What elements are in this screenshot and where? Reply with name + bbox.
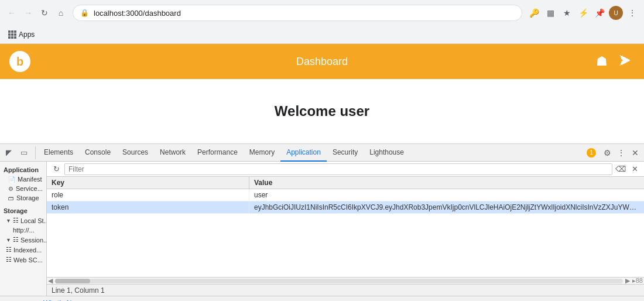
lock-icon: 🔒 — [80, 9, 89, 17]
session-label: Session... — [20, 237, 46, 244]
devtools-status-bar: Line 1, Column 1 — [47, 284, 644, 296]
sidebar-item-session-storage[interactable]: ▼ ☷ Session... — [0, 235, 46, 245]
sidebar-item-local-storage[interactable]: ▼ ☷ Local St... — [0, 216, 46, 225]
more-menu-button[interactable]: ⋮ — [625, 6, 639, 20]
devtools-panel: ◤ ▭ Elements Console Sources Network Per… — [0, 143, 644, 296]
app-logo: b — [9, 51, 30, 72]
tab-lighthouse[interactable]: Lighthouse — [364, 144, 410, 162]
browser-chrome: ← → ↻ ⌂ 🔒 localhost:3000/dashboard 🔑 ▦ ★… — [0, 0, 644, 44]
reload-button[interactable]: ↻ — [37, 6, 52, 20]
local-storage-label: Local St... — [20, 217, 46, 224]
warning-count: 1 — [590, 149, 593, 156]
url-text: localhost:3000/dashboard — [94, 9, 181, 18]
sidebar-storage-group-title: Storage — [0, 205, 46, 216]
account-icon[interactable]: ☗ — [592, 52, 611, 71]
back-button[interactable]: ← — [5, 6, 19, 20]
tab-network[interactable]: Network — [154, 144, 191, 162]
address-bar[interactable]: 🔒 localhost:3000/dashboard — [73, 5, 522, 21]
status-text: Line 1, Column 1 — [52, 286, 105, 295]
bottom-tab-whats-new[interactable]: What's New ✕ — [37, 296, 97, 302]
sidebar-item-local-storage-http[interactable]: http://... — [0, 225, 46, 235]
devtools-body: Application 📄 Manifest ⚙ Service... 🗃 St… — [0, 162, 644, 296]
devtools-more-icon[interactable]: ⋮ — [615, 146, 628, 159]
devtools-sidebar: Application 📄 Manifest ⚙ Service... 🗃 St… — [0, 162, 47, 296]
service-label: Service... — [16, 185, 43, 192]
value-column-header: Value — [249, 177, 644, 189]
apps-label: Apps — [19, 30, 35, 39]
expand-local-storage-icon: ▼ — [6, 218, 11, 224]
sidebar-item-web-sql[interactable]: ☷ Web SC... — [0, 255, 46, 265]
welcome-heading: Welcome user — [275, 103, 369, 119]
devtools-main-panel: ↻ ⌫ ✕ Key Value role user token eyJhbGci… — [47, 162, 644, 296]
tab-memory[interactable]: Memory — [244, 144, 280, 162]
expand-session-icon: ▼ — [6, 237, 11, 243]
filter-clear-icon[interactable]: ⌫ — [615, 163, 626, 175]
logo-text: b — [16, 55, 23, 69]
reload-storage-icon[interactable]: ↻ — [50, 163, 62, 175]
devtools-close-icon[interactable]: ✕ — [629, 146, 642, 159]
devtools-left-icons: ◤ ▭ — [2, 146, 36, 159]
manifest-icon: 📄 — [8, 176, 15, 183]
local-http-label: http://... — [13, 227, 35, 234]
row-value-role: user — [249, 189, 644, 201]
bottom-tabs: Console What's New ✕ — [0, 296, 644, 301]
session-storage-icon: ☷ — [13, 236, 19, 244]
app-title: Dashboard — [296, 56, 348, 68]
devtools-tabs: ◤ ▭ Elements Console Sources Network Per… — [0, 144, 644, 162]
sidebar-item-storage-overview[interactable]: 🗃 Storage — [0, 193, 46, 203]
profile-avatar[interactable]: U — [609, 6, 623, 20]
row-key-token: token — [47, 201, 249, 213]
header-icons: ☗ ⮞ — [592, 52, 635, 71]
tab-performance[interactable]: Performance — [191, 144, 244, 162]
save-password-icon[interactable]: 🔑 — [527, 6, 541, 20]
tab-application[interactable]: Application — [280, 144, 327, 162]
table-row[interactable]: token eyJhbGciOiJIUzI1NiIsInR5cCI6IkpXVC… — [47, 201, 644, 214]
home-button[interactable]: ⌂ — [54, 6, 68, 20]
horizontal-scrollbar[interactable]: ◀ ▶ ▸88 — [47, 277, 644, 284]
app-header: b Dashboard ☗ ⮞ — [0, 44, 644, 79]
sidebar-item-indexed-db[interactable]: ☷ Indexed... — [0, 245, 46, 255]
tab-security[interactable]: Security — [327, 144, 364, 162]
tab-elements[interactable]: Elements — [38, 144, 79, 162]
screenshot-icon[interactable]: ▦ — [543, 6, 557, 20]
sidebar-item-service-workers[interactable]: ⚙ Service... — [0, 184, 46, 193]
bookmark-icon[interactable]: ★ — [560, 6, 574, 20]
bottom-tab-console[interactable]: Console — [0, 296, 37, 302]
sidebar-application-title: Application — [0, 164, 46, 175]
whats-new-tab-label: What's New — [43, 299, 81, 302]
manifest-label: Manifest — [18, 176, 42, 183]
device-toggle-icon[interactable]: ▭ — [18, 146, 30, 159]
devtools-right-icons: 1 ⚙ ⋮ ✕ — [587, 146, 642, 159]
logout-icon[interactable]: ⮞ — [616, 52, 635, 71]
warning-badge: 1 — [587, 148, 596, 158]
filter-input[interactable] — [64, 163, 612, 175]
tab-sources[interactable]: Sources — [117, 144, 154, 162]
table-row[interactable]: role user — [47, 189, 644, 201]
storage-label: Storage — [16, 194, 39, 201]
sidebar-application-group: 📄 Manifest ⚙ Service... 🗃 Storage — [0, 175, 46, 203]
scrollbar-thumb[interactable] — [55, 279, 90, 283]
browser-toolbar: ← → ↻ ⌂ 🔒 localhost:3000/dashboard 🔑 ▦ ★… — [0, 0, 644, 26]
pin-icon[interactable]: 📌 — [592, 6, 607, 20]
service-worker-icon: ⚙ — [8, 186, 13, 192]
web-sql-label: Web SC... — [13, 256, 43, 264]
local-storage-icon: ☷ — [13, 217, 19, 224]
apps-grid-icon — [8, 30, 16, 39]
web-sql-icon: ☷ — [6, 256, 12, 264]
main-content: Welcome user — [0, 79, 644, 143]
devtools-settings-icon[interactable]: ⚙ — [601, 146, 614, 159]
inspect-element-icon[interactable]: ◤ — [2, 146, 15, 159]
indexed-db-label: Indexed... — [13, 247, 42, 254]
scrollbar-track[interactable] — [55, 279, 623, 283]
warning-area: 1 — [587, 148, 596, 158]
tab-console[interactable]: Console — [79, 144, 117, 162]
forward-button[interactable]: → — [21, 6, 35, 20]
filter-cancel-icon[interactable]: ✕ — [629, 163, 640, 175]
key-column-header: Key — [47, 177, 249, 189]
sidebar-storage-group: ▼ ☷ Local St... http://... ▼ ☷ Session..… — [0, 216, 46, 265]
nav-buttons: ← → ↻ ⌂ — [5, 6, 68, 20]
extension-icon[interactable]: ⚡ — [576, 6, 590, 20]
apps-bookmark[interactable]: Apps — [5, 29, 38, 40]
bookmarks-bar: Apps — [0, 26, 644, 43]
sidebar-item-manifest[interactable]: 📄 Manifest — [0, 175, 46, 184]
